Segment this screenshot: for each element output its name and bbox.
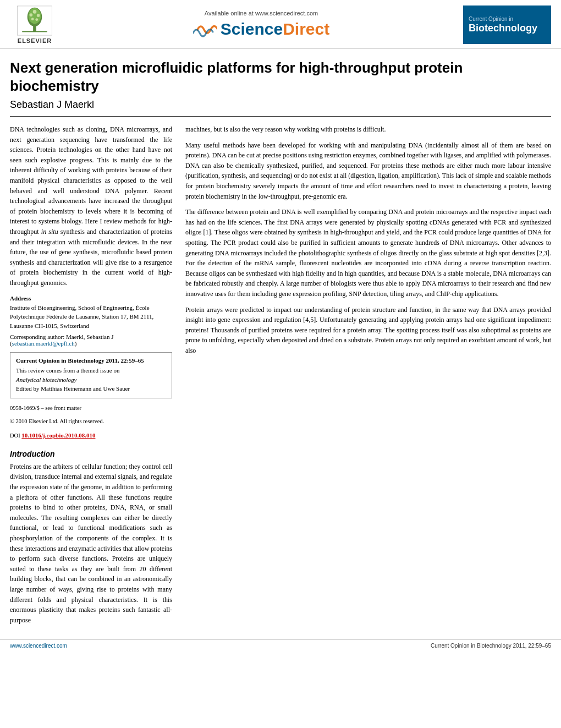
info-box-line3: Edited by Matthias Heinemann and Uwe Sau…: [16, 384, 166, 393]
introduction-heading: Introduction: [10, 450, 172, 458]
article-title-section: Next generation microfluidic platforms f…: [10, 49, 551, 117]
right-para4: Protein arrays were predicted to impact …: [185, 305, 551, 356]
sciencedirect-text: ScienceDirect: [221, 20, 329, 39]
svg-point-5: [33, 10, 37, 14]
abstract-text: DNA technologies such as cloning, DNA mi…: [10, 124, 172, 288]
svg-rect-9: [22, 31, 47, 32]
elsevier-logo: ELSEVIER: [10, 6, 59, 44]
right-para2: Many useful methods have been developed …: [185, 140, 551, 202]
right-para1: machines, but is also the very reason wh…: [185, 124, 551, 135]
elsevier-tree-icon: [16, 6, 53, 36]
address-text: Institute of Bioengineering, School of E…: [10, 303, 172, 331]
info-box-line2: Analytical biotechnology: [16, 375, 166, 385]
page-footer: www.sciencedirect.com Current Opinion in…: [0, 639, 561, 652]
footer-citation: Current Opinion in Biotechnology 2011, 2…: [431, 643, 551, 649]
address-box: Address Institute of Bioengineering, Sch…: [10, 295, 172, 347]
info-box-line1: This review comes from a themed issue on: [16, 366, 166, 375]
corresponding-text: Corresponding author: Maerkl, Sebastian …: [10, 333, 114, 340]
article-author: Sebastian J Maerkl: [10, 99, 551, 111]
footer-url: www.sciencedirect.com: [10, 643, 67, 649]
info-box: Current Opinion in Biotechnology 2011, 2…: [10, 352, 172, 398]
svg-point-7: [31, 18, 34, 20]
sciencedirect-icon: [193, 19, 217, 40]
left-column: DNA technologies such as cloning, DNA mi…: [10, 124, 172, 631]
header-center: Available online at www.sciencedirect.co…: [59, 10, 463, 40]
available-online-text: Available online at www.sciencedirect.co…: [205, 10, 318, 17]
article-title: Next generation microfluidic platforms f…: [10, 59, 551, 95]
right-para3: The difference between protein and DNA i…: [185, 207, 551, 299]
right-column: machines, but is also the very reason wh…: [185, 124, 551, 631]
doi-line: DOI 10.1016/j.copbio.2010.08.010: [10, 431, 172, 441]
sciencedirect-logo: ScienceDirect: [193, 19, 329, 40]
email-link[interactable]: sebastian.maerkl@epfl.ch: [12, 340, 75, 347]
svg-point-8: [35, 18, 38, 21]
rights-line: © 2010 Elsevier Ltd. All rights reserved…: [10, 417, 172, 426]
doi-link[interactable]: 10.1016/j.copbio.2010.08.010: [21, 432, 95, 439]
journal-badge: Current Opinion in Biotechnology: [463, 6, 551, 44]
svg-point-4: [30, 13, 33, 17]
corresponding-line: Corresponding author: Maerkl, Sebastian …: [10, 333, 172, 347]
issn-line: 0958-1669/$ – see front matter: [10, 404, 172, 413]
page-header: ELSEVIER Available online at www.science…: [0, 0, 561, 49]
info-box-title: Current Opinion in Biotechnology 2011, 2…: [16, 357, 166, 364]
introduction-para1: Proteins are the arbiters of cellular fu…: [10, 462, 172, 626]
svg-point-6: [37, 14, 40, 17]
elsevier-label: ELSEVIER: [18, 37, 52, 44]
main-content: Next generation microfluidic platforms f…: [0, 49, 561, 631]
journal-label-line1: Current Opinion in: [469, 15, 513, 23]
address-label: Address: [10, 295, 172, 302]
journal-title-header: Biotechnology: [469, 23, 537, 34]
two-column-layout: DNA technologies such as cloning, DNA mi…: [10, 124, 551, 631]
